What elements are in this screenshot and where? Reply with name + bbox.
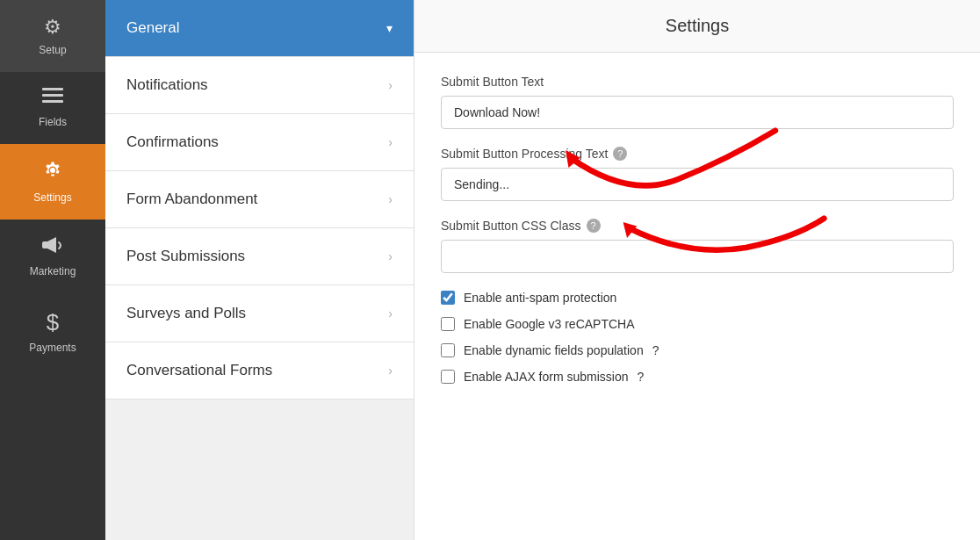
fields-icon [42, 88, 63, 111]
icon-sidebar: ⚙ Setup Fields Settings [0, 0, 105, 540]
chevron-right-icon: › [388, 135, 393, 149]
nav-item-conversational-forms[interactable]: Conversational Forms › [105, 342, 414, 400]
checkbox-ajax[interactable]: Enable AJAX form submission ? [441, 370, 954, 384]
checkbox-anti-spam-input[interactable] [441, 291, 455, 305]
main-content: Settings Submit Button Text Submit Butto… [414, 0, 980, 540]
submit-button-text-group: Submit Button Text [441, 75, 954, 129]
nav-item-surveys-polls[interactable]: Surveys and Polls › [105, 285, 414, 342]
checkbox-dynamic-fields[interactable]: Enable dynamic fields population ? [441, 343, 954, 357]
submit-button-text-label: Submit Button Text [441, 75, 954, 89]
help-dynamic-fields-icon[interactable]: ? [652, 343, 659, 357]
settings-icon [42, 160, 63, 186]
help-ajax-icon[interactable]: ? [638, 370, 645, 384]
sidebar-item-fields-label: Fields [39, 116, 67, 128]
sidebar-item-payments-label: Payments [29, 342, 76, 354]
sidebar-item-settings-label: Settings [33, 191, 71, 204]
svg-rect-1 [42, 94, 63, 97]
nav-item-post-submissions-label: Post Submissions [126, 248, 245, 265]
checkbox-dynamic-fields-input[interactable] [441, 343, 455, 357]
settings-body[interactable]: Submit Button Text Submit Button Process… [414, 53, 980, 540]
help-processing-icon[interactable]: ? [613, 147, 627, 161]
sidebar-item-marketing-label: Marketing [30, 265, 76, 277]
chevron-right-icon: › [388, 249, 393, 263]
nav-item-confirmations-label: Confirmations [126, 133, 219, 151]
sidebar-item-marketing[interactable]: Marketing [0, 220, 105, 293]
svg-rect-2 [42, 100, 63, 103]
nav-sidebar-scroll[interactable]: General ▾ Notifications › Confirmations … [105, 0, 414, 540]
chevron-right-icon: › [388, 306, 393, 320]
nav-item-notifications[interactable]: Notifications › [105, 57, 414, 114]
checkbox-recaptcha[interactable]: Enable Google v3 reCAPTCHA [441, 317, 954, 331]
submit-button-css-label: Submit Button CSS Class ? [441, 219, 954, 233]
settings-title: Settings [666, 16, 729, 35]
nav-item-surveys-polls-label: Surveys and Polls [126, 305, 246, 322]
chevron-down-icon: ▾ [386, 21, 393, 35]
nav-item-post-submissions[interactable]: Post Submissions › [105, 228, 414, 285]
chevron-right-icon: › [388, 364, 393, 378]
submit-button-processing-text-group: Submit Button Processing Text ? [441, 147, 954, 201]
setup-icon: ⚙ [44, 16, 61, 39]
nav-item-form-abandonment[interactable]: Form Abandonment › [105, 171, 414, 228]
sidebar-item-fields[interactable]: Fields [0, 72, 105, 144]
svg-rect-0 [42, 88, 63, 90]
checkbox-anti-spam[interactable]: Enable anti-spam protection [441, 291, 954, 305]
submit-button-text-input[interactable] [441, 96, 954, 129]
settings-header: Settings [414, 0, 980, 53]
checkbox-recaptcha-input[interactable] [441, 317, 455, 331]
nav-item-general-label: General [126, 19, 179, 37]
sidebar-item-setup[interactable]: ⚙ Setup [0, 0, 105, 72]
checkbox-anti-spam-label: Enable anti-spam protection [464, 291, 616, 305]
nav-item-general[interactable]: General ▾ [105, 0, 414, 57]
nav-item-notifications-label: Notifications [126, 76, 208, 94]
marketing-icon [42, 235, 63, 260]
submit-button-css-group: Submit Button CSS Class ? [441, 219, 954, 273]
sidebar-item-settings[interactable]: Settings [0, 144, 105, 220]
submit-button-processing-input[interactable] [441, 168, 954, 201]
chevron-right-icon: › [388, 192, 393, 206]
checkbox-group: Enable anti-spam protection Enable Googl… [441, 291, 954, 384]
nav-sidebar: General ▾ Notifications › Confirmations … [105, 0, 414, 540]
checkbox-ajax-input[interactable] [441, 370, 455, 384]
submit-button-processing-label: Submit Button Processing Text ? [441, 147, 954, 161]
checkbox-dynamic-fields-label: Enable dynamic fields population [464, 343, 644, 357]
checkbox-ajax-label: Enable AJAX form submission [464, 370, 629, 384]
submit-button-css-input[interactable] [441, 240, 954, 273]
sidebar-item-setup-label: Setup [39, 44, 66, 56]
payments-icon: $ [47, 309, 59, 336]
checkbox-recaptcha-label: Enable Google v3 reCAPTCHA [464, 317, 635, 331]
nav-item-form-abandonment-label: Form Abandonment [126, 191, 257, 208]
sidebar-item-payments[interactable]: $ Payments [0, 293, 105, 370]
nav-item-conversational-forms-label: Conversational Forms [126, 362, 272, 379]
chevron-right-icon: › [388, 78, 393, 92]
help-css-icon[interactable]: ? [587, 219, 601, 233]
svg-point-3 [50, 168, 55, 173]
nav-item-confirmations[interactable]: Confirmations › [105, 114, 414, 171]
